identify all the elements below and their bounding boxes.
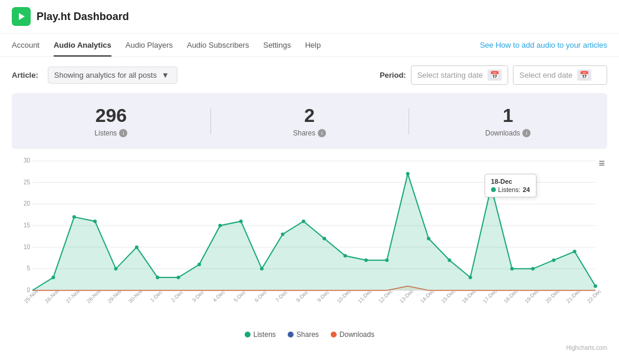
calendar-icon: 📅: [488, 70, 502, 81]
shares-value: 2: [210, 105, 409, 127]
nav-highlight-link[interactable]: See How to add audio to your articles: [480, 34, 607, 57]
listens-label: Listens i: [12, 129, 210, 137]
svg-marker-0: [19, 13, 25, 20]
highcharts-credits: Highcharts.com: [0, 343, 619, 352]
downloads-info-icon[interactable]: i: [522, 129, 531, 137]
legend-listens-dot: [245, 332, 251, 337]
legend-shares: Shares: [288, 330, 319, 339]
article-label: Article:: [12, 71, 38, 80]
legend-downloads-dot: [331, 332, 337, 337]
period-label: Period:: [380, 71, 406, 80]
main-nav: Account Audio Analytics Audio Players Au…: [0, 34, 619, 57]
downloads-value: 1: [409, 105, 607, 127]
controls-bar: Article: Showing analytics for all posts…: [0, 57, 619, 93]
end-date-picker[interactable]: Select end date 📅: [513, 65, 607, 85]
start-date-value: Select starting date: [417, 71, 483, 80]
nav-audio-subscribers[interactable]: Audio Subscribers: [187, 34, 249, 57]
downloads-label: Downloads i: [409, 129, 607, 137]
stat-listens: 296 Listens i: [12, 105, 210, 137]
legend-downloads: Downloads: [331, 330, 374, 339]
legend-listens-label: Listens: [253, 330, 276, 339]
nav-account[interactable]: Account: [12, 34, 39, 57]
app-title: Play.ht Dashboard: [37, 11, 129, 23]
nav-audio-players[interactable]: Audio Players: [126, 34, 173, 57]
header: Play.ht Dashboard: [0, 0, 619, 34]
period-section: Period: Select starting date 📅 Select en…: [380, 65, 607, 85]
listens-info-icon[interactable]: i: [119, 129, 127, 137]
start-date-picker[interactable]: Select starting date 📅: [411, 65, 508, 85]
logo: [12, 7, 31, 26]
end-date-value: Select end date: [519, 71, 572, 80]
listens-value: 296: [12, 105, 210, 127]
legend-shares-label: Shares: [297, 330, 319, 339]
stat-downloads: 1 Downloads i: [409, 105, 607, 137]
chart-container: ≡ 18-Dec Listens: 24: [12, 155, 607, 320]
chevron-down-icon: ▼: [162, 71, 169, 80]
legend-listens: Listens: [245, 330, 276, 339]
nav-help[interactable]: Help: [305, 34, 321, 57]
nav-audio-analytics[interactable]: Audio Analytics: [54, 34, 111, 57]
legend-downloads-label: Downloads: [340, 330, 374, 339]
calendar-icon-end: 📅: [577, 70, 591, 81]
shares-info-icon[interactable]: i: [318, 129, 326, 137]
nav-settings[interactable]: Settings: [263, 34, 291, 57]
article-value: Showing analytics for all posts: [54, 71, 157, 80]
stats-row: 296 Listens i 2 Shares i 1 Downloads i: [12, 93, 607, 149]
legend-shares-dot: [288, 332, 294, 337]
chart-legend: Listens Shares Downloads: [0, 326, 619, 343]
chart-area: [12, 155, 607, 320]
shares-label: Shares i: [210, 129, 409, 137]
stat-shares: 2 Shares i: [210, 105, 409, 137]
article-dropdown[interactable]: Showing analytics for all posts ▼: [48, 67, 177, 84]
